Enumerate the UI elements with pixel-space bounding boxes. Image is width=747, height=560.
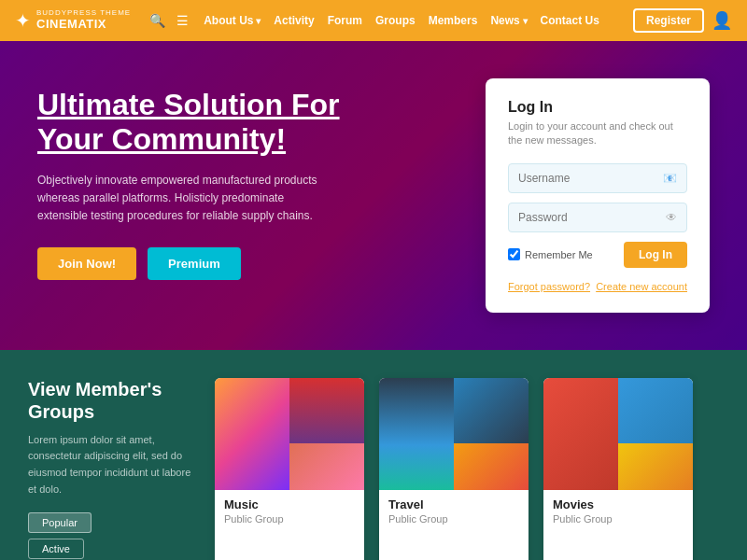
nav-groups[interactable]: Groups	[375, 14, 416, 27]
logo-icon: ✦	[15, 9, 31, 32]
groups-description: Lorem ipsum dolor sit amet, consectetur …	[28, 432, 196, 497]
nav-members[interactable]: Members	[429, 14, 478, 27]
group-music-name: Music	[224, 497, 355, 511]
username-input[interactable]	[518, 172, 663, 185]
group-movies-main-img	[543, 378, 618, 490]
login-card: Log In Login to your account and check o…	[486, 78, 710, 313]
group-music-info: Music Public Group	[215, 490, 364, 532]
groups-left: View Member's Groups Lorem ipsum dolor s…	[28, 378, 196, 560]
group-music-type: Public Group	[224, 513, 355, 525]
group-music-sub-img2	[289, 443, 364, 490]
forgot-password-link[interactable]: Forgot password?	[508, 281, 590, 292]
group-movies-sub-img2	[618, 443, 693, 490]
nav-links: About Us Activity Forum Groups Members N…	[204, 14, 626, 27]
login-subtitle: Login to your account and check out the …	[508, 119, 687, 148]
nav-about[interactable]: About Us	[204, 14, 261, 27]
hero-content: Ultimate Solution For Your Community! Ob…	[37, 78, 486, 280]
login-links: Forgot password? Create new account	[508, 281, 687, 292]
password-field[interactable]: 👁	[508, 203, 687, 232]
group-cards: Music Public Group Travel Public Group	[215, 378, 719, 560]
remember-me-label[interactable]: Remember Me	[508, 248, 593, 260]
group-movies-sub-img1	[618, 378, 693, 443]
group-movies-type: Public Group	[553, 513, 684, 525]
register-button[interactable]: Register	[633, 8, 704, 33]
logo-text: BUDDYPRESS THEME CINEMATIX	[36, 9, 131, 31]
menu-icon[interactable]: ☰	[176, 13, 189, 28]
remember-me-text: Remember Me	[525, 249, 593, 260]
group-travel-main-img	[379, 378, 454, 490]
group-music-sub-img1	[289, 378, 364, 443]
group-music-main-img	[215, 378, 289, 490]
login-title: Log In	[508, 99, 687, 116]
nav-news[interactable]: News	[490, 14, 527, 27]
navbar: ✦ BUDDYPRESS THEME CINEMATIX 🔍 ☰ About U…	[0, 0, 747, 41]
nav-contact[interactable]: Contact Us	[541, 14, 599, 27]
password-icon: 👁	[666, 211, 677, 224]
group-card-images-travel	[379, 378, 529, 490]
groups-section: View Member's Groups Lorem ipsum dolor s…	[0, 350, 747, 560]
hero-buttons: Join Now! Premium	[37, 247, 486, 280]
hero-section: Ultimate Solution For Your Community! Ob…	[0, 41, 747, 350]
logo-name: CINEMATIX	[36, 17, 106, 31]
password-input[interactable]	[518, 211, 666, 224]
create-account-link[interactable]: Create new account	[596, 281, 687, 292]
groups-title: View Member's Groups	[28, 378, 196, 423]
hero-title: Ultimate Solution For Your Community!	[37, 88, 355, 157]
group-card-music[interactable]: Music Public Group	[215, 378, 364, 560]
nav-activity[interactable]: Activity	[274, 14, 314, 27]
nav-forum[interactable]: Forum	[328, 14, 362, 27]
filter-buttons: Popular Active Alphabetical	[28, 512, 196, 560]
login-button[interactable]: Log In	[624, 242, 687, 268]
filter-popular[interactable]: Popular	[28, 512, 92, 533]
username-icon: 📧	[663, 172, 677, 185]
join-button[interactable]: Join Now!	[37, 247, 136, 280]
search-icon[interactable]: 🔍	[149, 13, 165, 28]
group-travel-type: Public Group	[388, 513, 519, 525]
hero-description: Objectively innovate empowered manufactu…	[37, 172, 336, 226]
login-options-row: Remember Me Log In	[508, 242, 687, 268]
group-card-images-movies	[543, 378, 693, 490]
filter-active[interactable]: Active	[28, 539, 84, 559]
remember-me-checkbox[interactable]	[508, 248, 520, 260]
username-field[interactable]: 📧	[508, 163, 687, 193]
nav-icons: 🔍 ☰	[149, 13, 189, 28]
group-travel-name: Travel	[388, 497, 519, 511]
premium-button[interactable]: Premium	[148, 247, 241, 280]
group-travel-sub-img2	[454, 443, 529, 490]
group-travel-sub-img1	[454, 378, 529, 443]
user-icon[interactable]: 👤	[712, 10, 732, 31]
group-movies-info: Movies Public Group	[543, 490, 693, 532]
group-movies-name: Movies	[553, 497, 684, 511]
group-card-travel[interactable]: Travel Public Group	[379, 378, 529, 560]
group-card-movies[interactable]: Movies Public Group	[543, 378, 693, 560]
logo[interactable]: ✦ BUDDYPRESS THEME CINEMATIX	[15, 9, 131, 32]
group-card-images-music	[215, 378, 364, 490]
group-travel-info: Travel Public Group	[379, 490, 529, 532]
